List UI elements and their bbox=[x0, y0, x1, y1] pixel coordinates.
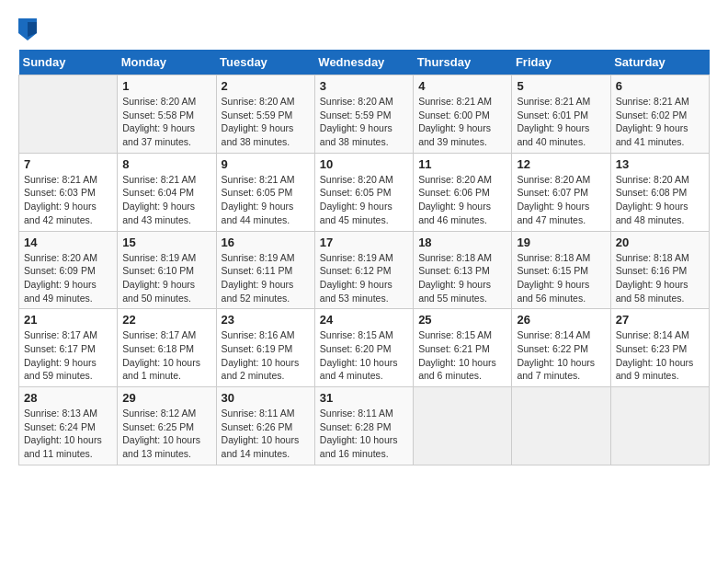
day-info: Sunrise: 8:20 AMSunset: 6:05 PMDaylight:… bbox=[320, 173, 408, 227]
day-info: Sunrise: 8:14 AMSunset: 6:23 PMDaylight:… bbox=[616, 328, 704, 383]
day-cell: 20Sunrise: 8:18 AMSunset: 6:16 PMDayligh… bbox=[610, 231, 709, 309]
day-number: 4 bbox=[418, 79, 506, 93]
day-number: 12 bbox=[517, 157, 605, 171]
day-number: 15 bbox=[122, 236, 210, 249]
day-info: Sunrise: 8:20 AMSunset: 5:58 PMDaylight:… bbox=[122, 95, 210, 149]
column-header-friday: Friday bbox=[512, 50, 610, 75]
day-number: 18 bbox=[418, 236, 506, 249]
day-number: 20 bbox=[616, 236, 704, 249]
day-info: Sunrise: 8:18 AMSunset: 6:15 PMDaylight:… bbox=[517, 251, 605, 305]
day-cell: 24Sunrise: 8:15 AMSunset: 6:20 PMDayligh… bbox=[314, 309, 413, 387]
day-info: Sunrise: 8:20 AMSunset: 6:08 PMDaylight:… bbox=[616, 173, 704, 227]
day-info: Sunrise: 8:19 AMSunset: 6:12 PMDaylight:… bbox=[320, 251, 408, 305]
day-info: Sunrise: 8:20 AMSunset: 6:07 PMDaylight:… bbox=[517, 173, 605, 227]
week-row-3: 14Sunrise: 8:20 AMSunset: 6:09 PMDayligh… bbox=[19, 231, 710, 309]
day-cell: 28Sunrise: 8:13 AMSunset: 6:24 PMDayligh… bbox=[19, 387, 118, 465]
day-cell: 3Sunrise: 8:20 AMSunset: 5:59 PMDaylight… bbox=[314, 75, 413, 154]
day-cell: 15Sunrise: 8:19 AMSunset: 6:10 PMDayligh… bbox=[118, 231, 216, 309]
calendar-table: SundayMondayTuesdayWednesdayThursdayFrid… bbox=[18, 50, 710, 465]
day-info: Sunrise: 8:18 AMSunset: 6:16 PMDaylight:… bbox=[616, 251, 704, 305]
day-number: 3 bbox=[320, 79, 408, 93]
day-info: Sunrise: 8:18 AMSunset: 6:13 PMDaylight:… bbox=[418, 251, 506, 305]
day-cell bbox=[19, 75, 118, 154]
day-info: Sunrise: 8:21 AMSunset: 6:00 PMDaylight:… bbox=[418, 95, 506, 149]
logo bbox=[18, 18, 40, 40]
day-number: 22 bbox=[122, 313, 210, 327]
day-info: Sunrise: 8:11 AMSunset: 6:28 PMDaylight:… bbox=[320, 407, 408, 461]
day-info: Sunrise: 8:19 AMSunset: 6:10 PMDaylight:… bbox=[122, 251, 210, 305]
day-number: 23 bbox=[222, 313, 310, 327]
week-row-5: 28Sunrise: 8:13 AMSunset: 6:24 PMDayligh… bbox=[19, 387, 710, 465]
day-info: Sunrise: 8:19 AMSunset: 6:11 PMDaylight:… bbox=[222, 251, 310, 305]
day-cell bbox=[512, 387, 610, 465]
column-header-tuesday: Tuesday bbox=[216, 50, 314, 75]
day-cell: 8Sunrise: 8:21 AMSunset: 6:04 PMDaylight… bbox=[118, 153, 216, 231]
day-number: 19 bbox=[517, 236, 605, 249]
day-info: Sunrise: 8:20 AMSunset: 5:59 PMDaylight:… bbox=[320, 95, 408, 149]
day-info: Sunrise: 8:11 AMSunset: 6:26 PMDaylight:… bbox=[222, 407, 310, 461]
svg-marker-1 bbox=[28, 22, 37, 37]
day-info: Sunrise: 8:17 AMSunset: 6:17 PMDaylight:… bbox=[24, 328, 112, 383]
day-cell: 9Sunrise: 8:21 AMSunset: 6:05 PMDaylight… bbox=[216, 153, 314, 231]
day-cell bbox=[414, 387, 512, 465]
week-row-4: 21Sunrise: 8:17 AMSunset: 6:17 PMDayligh… bbox=[19, 309, 710, 387]
day-cell: 21Sunrise: 8:17 AMSunset: 6:17 PMDayligh… bbox=[19, 309, 118, 387]
day-info: Sunrise: 8:15 AMSunset: 6:21 PMDaylight:… bbox=[418, 328, 506, 383]
day-number: 13 bbox=[616, 157, 704, 171]
day-number: 6 bbox=[616, 79, 704, 93]
day-number: 8 bbox=[122, 157, 210, 171]
day-cell: 29Sunrise: 8:12 AMSunset: 6:25 PMDayligh… bbox=[118, 387, 216, 465]
week-row-1: 1Sunrise: 8:20 AMSunset: 5:58 PMDaylight… bbox=[19, 75, 710, 154]
day-info: Sunrise: 8:21 AMSunset: 6:05 PMDaylight:… bbox=[222, 173, 310, 227]
day-cell: 30Sunrise: 8:11 AMSunset: 6:26 PMDayligh… bbox=[216, 387, 314, 465]
day-number: 10 bbox=[320, 157, 408, 171]
day-number: 9 bbox=[222, 157, 310, 171]
day-cell: 11Sunrise: 8:20 AMSunset: 6:06 PMDayligh… bbox=[414, 153, 512, 231]
day-cell: 27Sunrise: 8:14 AMSunset: 6:23 PMDayligh… bbox=[610, 309, 709, 387]
day-info: Sunrise: 8:12 AMSunset: 6:25 PMDaylight:… bbox=[122, 407, 210, 461]
week-row-2: 7Sunrise: 8:21 AMSunset: 6:03 PMDaylight… bbox=[19, 153, 710, 231]
day-info: Sunrise: 8:16 AMSunset: 6:19 PMDaylight:… bbox=[222, 328, 310, 383]
day-number: 26 bbox=[517, 313, 605, 327]
day-number: 21 bbox=[24, 313, 112, 327]
column-header-thursday: Thursday bbox=[414, 50, 512, 75]
day-number: 30 bbox=[222, 391, 310, 405]
day-number: 14 bbox=[24, 236, 112, 249]
day-number: 11 bbox=[418, 157, 506, 171]
column-header-monday: Monday bbox=[118, 50, 216, 75]
day-number: 31 bbox=[320, 391, 408, 405]
day-cell: 19Sunrise: 8:18 AMSunset: 6:15 PMDayligh… bbox=[512, 231, 610, 309]
day-cell: 7Sunrise: 8:21 AMSunset: 6:03 PMDaylight… bbox=[19, 153, 118, 231]
day-info: Sunrise: 8:13 AMSunset: 6:24 PMDaylight:… bbox=[24, 407, 112, 461]
logo-icon bbox=[18, 18, 37, 40]
day-number: 16 bbox=[222, 236, 310, 249]
day-cell: 2Sunrise: 8:20 AMSunset: 5:59 PMDaylight… bbox=[216, 75, 314, 154]
day-info: Sunrise: 8:17 AMSunset: 6:18 PMDaylight:… bbox=[122, 328, 210, 383]
day-cell bbox=[610, 387, 709, 465]
day-cell: 14Sunrise: 8:20 AMSunset: 6:09 PMDayligh… bbox=[19, 231, 118, 309]
day-number: 2 bbox=[222, 79, 310, 93]
day-number: 24 bbox=[320, 313, 408, 327]
day-info: Sunrise: 8:21 AMSunset: 6:02 PMDaylight:… bbox=[616, 95, 704, 149]
day-number: 28 bbox=[24, 391, 112, 405]
day-info: Sunrise: 8:21 AMSunset: 6:01 PMDaylight:… bbox=[517, 95, 605, 149]
day-info: Sunrise: 8:15 AMSunset: 6:20 PMDaylight:… bbox=[320, 328, 408, 383]
day-cell: 22Sunrise: 8:17 AMSunset: 6:18 PMDayligh… bbox=[118, 309, 216, 387]
day-number: 5 bbox=[517, 79, 605, 93]
day-number: 1 bbox=[122, 79, 210, 93]
column-header-wednesday: Wednesday bbox=[314, 50, 413, 75]
day-cell: 23Sunrise: 8:16 AMSunset: 6:19 PMDayligh… bbox=[216, 309, 314, 387]
day-cell: 12Sunrise: 8:20 AMSunset: 6:07 PMDayligh… bbox=[512, 153, 610, 231]
header-row: SundayMondayTuesdayWednesdayThursdayFrid… bbox=[19, 50, 710, 75]
day-number: 25 bbox=[418, 313, 506, 327]
day-cell: 10Sunrise: 8:20 AMSunset: 6:05 PMDayligh… bbox=[314, 153, 413, 231]
day-info: Sunrise: 8:21 AMSunset: 6:03 PMDaylight:… bbox=[24, 173, 112, 227]
day-cell: 16Sunrise: 8:19 AMSunset: 6:11 PMDayligh… bbox=[216, 231, 314, 309]
day-cell: 1Sunrise: 8:20 AMSunset: 5:58 PMDaylight… bbox=[118, 75, 216, 154]
day-cell: 17Sunrise: 8:19 AMSunset: 6:12 PMDayligh… bbox=[314, 231, 413, 309]
day-number: 27 bbox=[616, 313, 704, 327]
day-number: 7 bbox=[24, 157, 112, 171]
day-info: Sunrise: 8:20 AMSunset: 6:09 PMDaylight:… bbox=[24, 251, 112, 305]
header bbox=[18, 18, 710, 40]
column-header-saturday: Saturday bbox=[610, 50, 709, 75]
